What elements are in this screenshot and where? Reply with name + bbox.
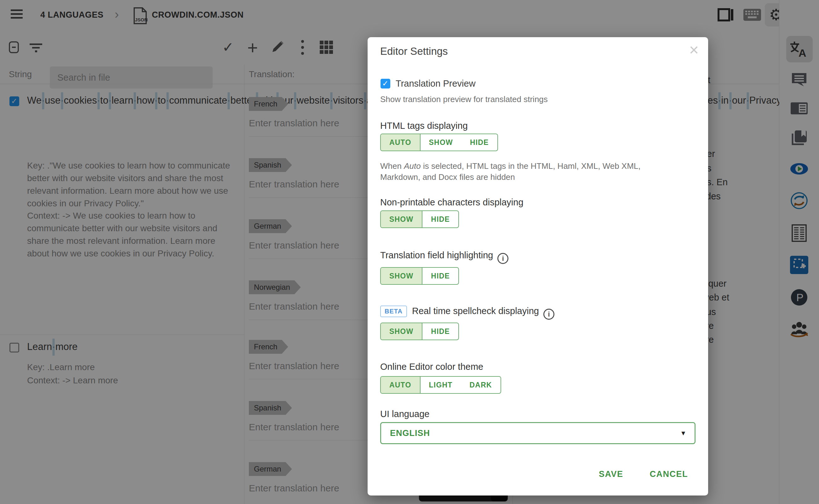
close-icon[interactable]: × — [689, 42, 699, 58]
info-icon[interactable]: i — [543, 309, 554, 320]
option-show[interactable]: SHOW — [421, 134, 461, 151]
option-hide[interactable]: HIDE — [422, 211, 458, 227]
section-heading-html-tags: HTML tags displaying — [380, 121, 468, 131]
chevron-down-icon: ▼ — [680, 423, 686, 443]
section-heading-non-printable: Non-printable characters displaying — [380, 197, 524, 208]
option-hide[interactable]: HIDE — [461, 134, 497, 151]
option-light[interactable]: LIGHT — [421, 377, 461, 393]
cancel-button[interactable]: CANCEL — [650, 469, 688, 479]
translation-preview-description: Show translation preview for translated … — [380, 94, 548, 105]
translation-preview-label: Translation Preview — [396, 78, 476, 89]
section-heading-spellcheck: BETAReal time spellcheck displayingi — [380, 306, 554, 320]
ui-language-label: UI language — [380, 409, 429, 419]
option-show[interactable]: SHOW — [381, 323, 422, 340]
option-show[interactable]: SHOW — [381, 268, 422, 284]
modal-title: Editor Settings — [380, 45, 448, 57]
field-highlighting-segmented-control: SHOW HIDE — [380, 267, 459, 285]
html-tags-segmented-control: AUTO SHOW HIDE — [380, 134, 498, 151]
ui-language-select[interactable]: ENGLISH ▼ — [380, 422, 696, 444]
save-button[interactable]: SAVE — [599, 469, 623, 479]
option-hide[interactable]: HIDE — [422, 323, 458, 340]
translation-preview-checkbox[interactable] — [381, 79, 390, 89]
option-show[interactable]: SHOW — [381, 211, 422, 227]
html-tags-description: When Auto is selected, HTML tags in the … — [380, 161, 676, 183]
color-theme-segmented-control: AUTO LIGHT DARK — [380, 376, 501, 394]
section-heading-field-highlighting: Translation field highlightingi — [380, 250, 508, 264]
option-auto[interactable]: AUTO — [381, 377, 421, 393]
spellcheck-segmented-control: SHOW HIDE — [380, 323, 459, 340]
option-auto[interactable]: AUTO — [381, 134, 421, 151]
option-dark[interactable]: DARK — [461, 377, 501, 393]
non-printable-segmented-control: SHOW HIDE — [380, 210, 459, 228]
ui-language-value: ENGLISH — [390, 423, 430, 443]
beta-badge: BETA — [380, 306, 407, 317]
editor-settings-modal: Editor Settings × Translation Preview Sh… — [368, 37, 708, 495]
section-heading-color-theme: Online Editor color theme — [380, 362, 483, 372]
option-hide[interactable]: HIDE — [422, 268, 458, 284]
info-icon[interactable]: i — [497, 253, 508, 264]
